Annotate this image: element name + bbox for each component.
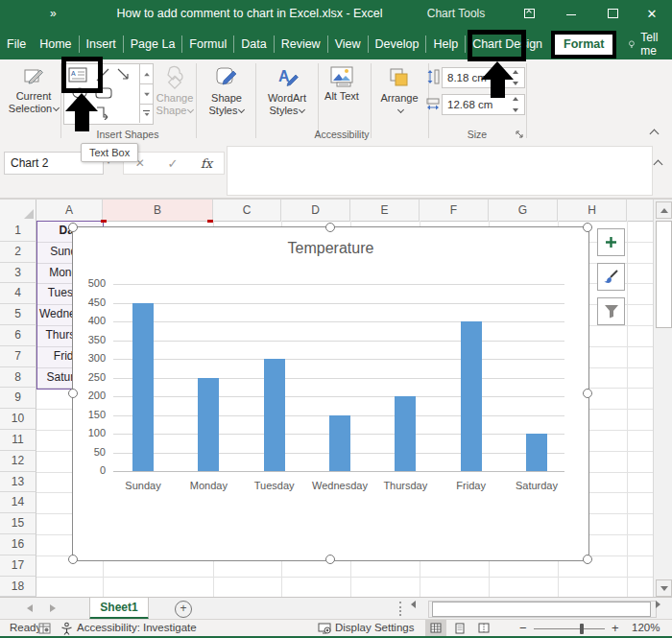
row-header-16[interactable]: 16 xyxy=(0,534,36,555)
chart-title[interactable]: Temperature xyxy=(73,240,588,257)
zoom-level[interactable]: 120% xyxy=(632,622,660,633)
horizontal-scrollbar-thumb[interactable] xyxy=(432,602,651,617)
tell-me-button[interactable]: Tell me xyxy=(628,31,662,58)
ribbon-tab-page-la[interactable]: Page La xyxy=(123,35,182,53)
column-header-D[interactable]: D xyxy=(281,200,350,222)
minimize-button[interactable] xyxy=(561,5,582,24)
ribbon-tab-insert[interactable]: Insert xyxy=(79,35,123,53)
column-header-E[interactable]: E xyxy=(350,200,420,222)
ribbon-tab-review[interactable]: Review xyxy=(274,35,327,53)
row-header-12[interactable]: 12 xyxy=(0,451,36,472)
row-header-6[interactable]: 6 xyxy=(0,325,36,346)
ribbon-tab-view[interactable]: View xyxy=(327,35,368,53)
gallery-scroll-down[interactable] xyxy=(140,84,153,105)
sheet-tab-sheet1[interactable]: Sheet1 xyxy=(89,598,149,620)
column-header-C[interactable]: C xyxy=(213,200,281,222)
ribbon-tab-help[interactable]: Help xyxy=(425,35,465,53)
bar-friday[interactable] xyxy=(461,321,482,471)
size-dialog-launcher-icon[interactable] xyxy=(515,130,524,139)
column-header-F[interactable]: F xyxy=(420,200,489,222)
ribbon-tab-file[interactable]: File xyxy=(0,35,33,53)
column-header-A[interactable]: A xyxy=(36,200,103,222)
row-header-5[interactable]: 5 xyxy=(0,304,36,325)
row-header-11[interactable]: 11 xyxy=(0,430,36,451)
page-break-preview-button[interactable] xyxy=(473,620,494,636)
page-layout-view-button[interactable] xyxy=(449,620,470,636)
column-header-B[interactable]: B xyxy=(103,200,213,222)
zoom-in-button[interactable]: + xyxy=(612,621,619,635)
zoom-slider-track[interactable] xyxy=(534,628,605,629)
gallery-scroll-up[interactable] xyxy=(140,64,153,84)
chart-object[interactable]: Temperature 0501001502002503003504004505… xyxy=(72,226,589,561)
row-header-9[interactable]: 9 xyxy=(0,388,36,409)
bar-wednesday[interactable] xyxy=(329,415,350,472)
ribbon-tab-data[interactable]: Data xyxy=(233,35,273,53)
ribbon-tab-home[interactable]: Home xyxy=(33,35,78,53)
chart-selection-handle[interactable] xyxy=(583,223,592,232)
chart-selection-handle[interactable] xyxy=(68,555,78,564)
scroll-up-button[interactable] xyxy=(656,201,672,219)
gallery-more-button[interactable] xyxy=(140,105,153,123)
row-header-13[interactable]: 13 xyxy=(0,472,36,493)
formula-bar-collapse-button[interactable] xyxy=(655,157,661,171)
chart-filters-button[interactable] xyxy=(597,297,625,325)
ribbon-display-options-button[interactable] xyxy=(518,5,540,24)
ribbon-tab-format[interactable]: Format xyxy=(551,31,616,59)
chart-selection-handle[interactable] xyxy=(325,223,335,232)
vertical-scrollbar-thumb[interactable] xyxy=(656,221,672,328)
chart-elements-button[interactable] xyxy=(597,228,625,256)
normal-view-button[interactable] xyxy=(425,620,446,636)
accessibility-status[interactable]: Accessibility: Investigate xyxy=(77,622,197,633)
ribbon-tab-formul[interactable]: Formul xyxy=(181,35,233,53)
macro-record-icon[interactable] xyxy=(38,623,51,634)
collapse-ribbon-button[interactable] xyxy=(651,127,664,136)
chart-selection-handle[interactable] xyxy=(325,555,335,564)
bar-monday[interactable] xyxy=(198,378,219,472)
bar-tuesday[interactable] xyxy=(264,359,285,471)
scroll-right-button[interactable] xyxy=(656,601,660,608)
zoom-slider-handle[interactable] xyxy=(580,624,584,634)
row-header-1[interactable]: 1 xyxy=(0,221,36,242)
row-header-10[interactable]: 10 xyxy=(0,409,36,430)
chart-selection-handle[interactable] xyxy=(68,223,78,232)
vertical-scrollbar[interactable] xyxy=(653,200,672,597)
row-header-8[interactable]: 8 xyxy=(0,367,36,389)
next-sheet-button[interactable] xyxy=(50,604,56,612)
row-header-3[interactable]: 3 xyxy=(0,263,36,284)
wordart-styles-button[interactable]: A WordArt Styles xyxy=(259,63,315,117)
column-header-G[interactable]: G xyxy=(489,200,558,222)
close-button[interactable]: ✕ xyxy=(641,5,662,24)
previous-sheet-button[interactable] xyxy=(27,604,33,612)
new-sheet-button[interactable]: + xyxy=(175,601,192,618)
chart-selection-handle[interactable] xyxy=(68,389,78,398)
arrow-shape-icon[interactable] xyxy=(116,67,132,83)
current-selection-button[interactable]: Current Selection xyxy=(8,63,60,115)
quick-access-toolbar-icon[interactable]: » xyxy=(50,7,56,20)
column-header-H[interactable]: H xyxy=(558,200,627,222)
row-header-18[interactable]: 18 xyxy=(0,577,36,597)
alt-text-button[interactable]: Alt Text xyxy=(320,63,364,103)
bar-saturday[interactable] xyxy=(526,434,547,471)
bar-sunday[interactable] xyxy=(132,303,154,472)
shape-width-spinner[interactable] xyxy=(513,97,522,112)
ribbon-tab-develop[interactable]: Develop xyxy=(368,35,426,53)
bar-thursday[interactable] xyxy=(395,396,416,471)
formula-input[interactable] xyxy=(227,146,653,196)
shape-styles-button[interactable]: Shape Styles xyxy=(200,63,253,117)
display-settings-button[interactable]: Display Settings xyxy=(335,622,414,633)
scroll-down-button[interactable] xyxy=(656,579,672,597)
arrange-button[interactable]: Arrange xyxy=(374,63,424,117)
chart-selection-handle[interactable] xyxy=(583,555,592,564)
row-header-14[interactable]: 14 xyxy=(0,492,36,513)
zoom-out-button[interactable]: − xyxy=(519,621,527,635)
shape-height-spinner[interactable] xyxy=(513,70,522,85)
tab-scrollbar-splitter[interactable] xyxy=(399,602,401,616)
chart-styles-button[interactable] xyxy=(597,263,625,291)
row-header-4[interactable]: 4 xyxy=(0,283,36,304)
accessibility-icon[interactable] xyxy=(60,622,73,635)
scroll-left-button[interactable] xyxy=(411,601,416,608)
row-header-17[interactable]: 17 xyxy=(0,555,36,577)
chart-selection-handle[interactable] xyxy=(583,389,592,398)
insert-function-button[interactable]: fx xyxy=(201,156,212,171)
row-header-15[interactable]: 15 xyxy=(0,513,36,534)
